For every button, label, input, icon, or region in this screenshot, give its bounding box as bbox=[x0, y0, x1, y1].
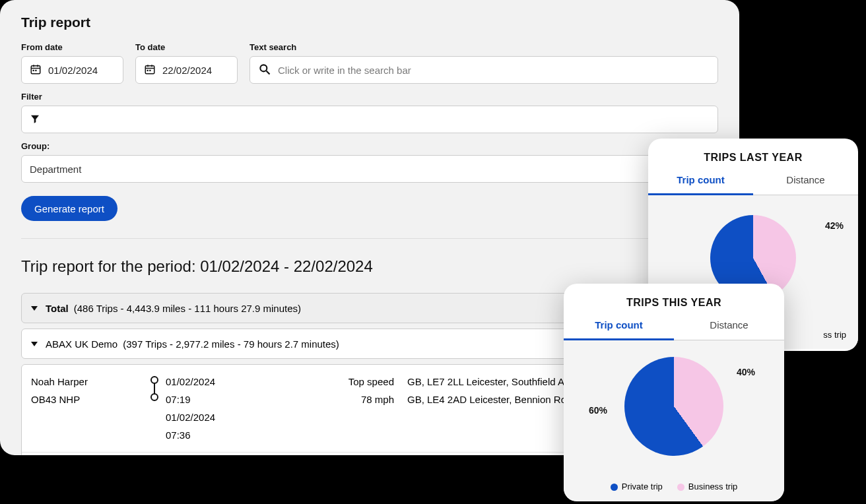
legend-private: Private trip bbox=[622, 482, 663, 491]
svg-rect-5 bbox=[35, 69, 36, 71]
filter-input[interactable] bbox=[21, 106, 718, 133]
route-icon bbox=[150, 373, 159, 402]
calendar-icon bbox=[30, 63, 42, 77]
svg-point-17 bbox=[151, 394, 158, 400]
svg-marker-14 bbox=[31, 115, 39, 123]
trip-end-time: 01/02/2024 07:36 bbox=[166, 408, 229, 444]
search-icon bbox=[258, 63, 271, 78]
total-detail: (486 Trips - 4,443.9 miles - 111 hours 2… bbox=[74, 303, 301, 314]
from-date-value: 01/02/2024 bbox=[48, 65, 98, 76]
svg-rect-11 bbox=[149, 69, 150, 71]
group-label: Group: bbox=[21, 141, 718, 151]
group-value: Department bbox=[30, 164, 81, 175]
to-date-input[interactable]: 22/02/2024 bbox=[135, 56, 238, 84]
top-speed-value: 78 mph bbox=[328, 391, 394, 408]
caret-down-icon bbox=[31, 342, 38, 346]
legend-business: Business trip bbox=[688, 482, 737, 491]
private-pct-label: 60% bbox=[589, 405, 607, 416]
report-period-title: Trip report for the period: 01/02/2024 -… bbox=[21, 257, 718, 276]
vehicle-plate: OB43 NHP bbox=[31, 391, 150, 408]
tab-distance[interactable]: Distance bbox=[674, 315, 784, 338]
business-pct-label: 40% bbox=[737, 367, 755, 377]
driver-name: Noah Harper bbox=[31, 373, 150, 391]
svg-point-12 bbox=[260, 65, 267, 71]
funnel-icon bbox=[30, 113, 40, 126]
tab-trip-count[interactable]: Trip count bbox=[564, 315, 674, 338]
top-speed-label: Top speed bbox=[328, 373, 394, 391]
svg-rect-4 bbox=[33, 69, 34, 71]
page-title: Trip report bbox=[21, 15, 718, 30]
pie-this-year bbox=[624, 357, 723, 456]
group-name: ABAX UK Demo bbox=[46, 338, 117, 350]
tab-trip-count[interactable]: Trip count bbox=[648, 170, 753, 193]
from-date-label: From date bbox=[21, 42, 123, 52]
group-select[interactable]: Department bbox=[21, 155, 718, 183]
card-title: TRIPS LAST YEAR bbox=[648, 139, 858, 170]
pie-chart: 40% 60% bbox=[564, 340, 784, 472]
text-search-label: Text search bbox=[250, 42, 718, 52]
svg-rect-10 bbox=[147, 69, 149, 71]
svg-line-13 bbox=[267, 71, 270, 74]
text-search-input[interactable] bbox=[250, 56, 718, 84]
swatch-private bbox=[611, 484, 618, 491]
calendar-icon bbox=[144, 63, 156, 77]
trip-start-time: 01/02/2024 07:19 bbox=[166, 373, 229, 408]
svg-point-15 bbox=[151, 377, 158, 383]
legend: Private trip Business trip bbox=[564, 472, 784, 501]
business-pct-label: 42% bbox=[825, 220, 844, 231]
to-date-value: 22/02/2024 bbox=[162, 65, 212, 76]
caret-down-icon bbox=[31, 306, 38, 311]
tab-distance[interactable]: Distance bbox=[753, 170, 858, 193]
from-date-input[interactable]: 01/02/2024 bbox=[21, 56, 123, 84]
generate-report-button[interactable]: Generate report bbox=[21, 196, 117, 221]
divider bbox=[21, 238, 718, 239]
text-search-field[interactable] bbox=[278, 65, 710, 76]
group-detail: (397 Trips - 2,977.2 miles - 79 hours 2.… bbox=[123, 338, 339, 350]
swatch-business bbox=[677, 484, 684, 491]
trips-this-year-card: TRIPS THIS YEAR Trip count Distance 40% … bbox=[564, 284, 784, 501]
filter-label: Filter bbox=[21, 92, 718, 102]
to-date-label: To date bbox=[135, 42, 238, 52]
legend-business-partial: ss trip bbox=[823, 330, 846, 340]
total-label: Total bbox=[46, 303, 69, 314]
card-title: TRIPS THIS YEAR bbox=[564, 284, 784, 315]
